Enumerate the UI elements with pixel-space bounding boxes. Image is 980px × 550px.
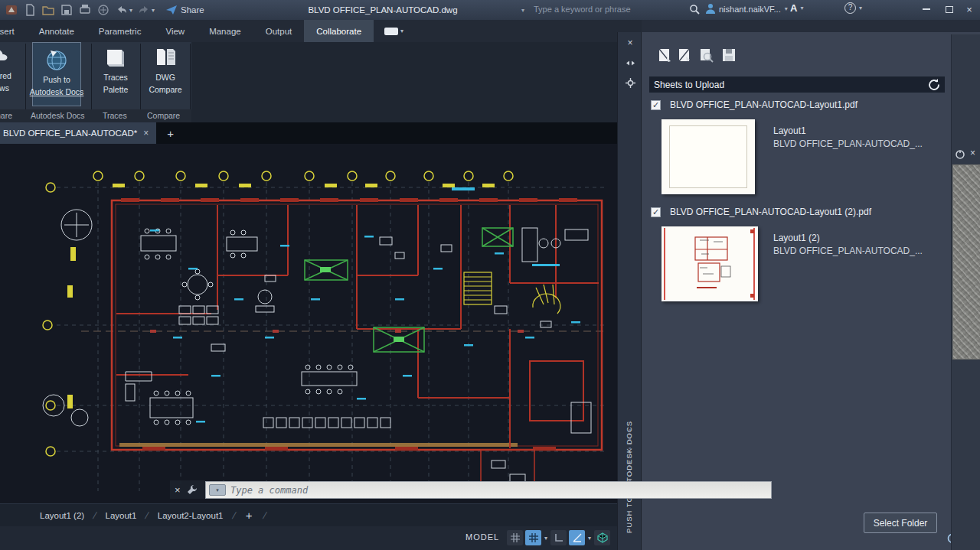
search-icon[interactable] bbox=[689, 4, 701, 15]
sheet-2-filename: BLVD OFFICE_PLAN-AUTOCAD-Layout1 (2).pdf bbox=[670, 207, 871, 217]
isodraft-icon[interactable] bbox=[594, 530, 610, 545]
traces-panel-label[interactable]: Traces bbox=[103, 111, 127, 120]
traces-palette-icon bbox=[104, 47, 127, 70]
panel-label-strip: Share Autodesk Docs Traces Compare bbox=[0, 109, 191, 122]
user-name: nishant.naikVF... bbox=[719, 5, 781, 14]
sheet-1-checkbox[interactable]: ✓ bbox=[651, 100, 661, 110]
autodesk-docs-panel: Push to Autodesk Docs bbox=[26, 42, 90, 109]
layout-tab-layout1-2[interactable]: Layout1 (2) bbox=[31, 511, 93, 520]
cloud-icon[interactable] bbox=[96, 3, 110, 17]
undo-icon[interactable] bbox=[115, 3, 129, 17]
panel-separator bbox=[190, 44, 191, 120]
redo-caret-icon[interactable]: ▾ bbox=[152, 7, 155, 14]
command-close-icon[interactable]: × bbox=[175, 484, 181, 496]
polar-tracking-icon[interactable] bbox=[569, 530, 585, 545]
command-window-controls: × bbox=[170, 480, 205, 499]
ribbon-display-toggle[interactable]: ▾ bbox=[384, 20, 403, 42]
command-input[interactable] bbox=[230, 483, 771, 497]
sheet-2-checkbox[interactable]: ✓ bbox=[651, 207, 661, 217]
palette-close-icon[interactable]: × bbox=[624, 37, 636, 49]
push-to-autodesk-docs-button[interactable]: Push to Autodesk Docs bbox=[32, 42, 81, 106]
ribbon-toggle-icon bbox=[384, 28, 398, 35]
docked-palette-edge: × bbox=[951, 34, 980, 550]
open-folder-icon[interactable] bbox=[41, 3, 55, 17]
share-panel: Shared Views bbox=[0, 42, 24, 109]
select-folder-label: Select Folder bbox=[874, 518, 928, 529]
compare-panel-label[interactable]: Compare bbox=[147, 111, 180, 120]
command-line[interactable]: ▾ bbox=[205, 481, 772, 499]
polar-caret-icon[interactable]: ▾ bbox=[587, 535, 592, 542]
model-space-button[interactable]: MODEL bbox=[466, 532, 499, 542]
document-tab[interactable]: BLVD OFFICE_PLAN-AUTOCAD* × bbox=[0, 122, 156, 144]
drawing-canvas[interactable] bbox=[0, 144, 617, 503]
save-icon[interactable] bbox=[60, 3, 74, 17]
help-icon: ? bbox=[844, 2, 856, 14]
signed-in-user[interactable]: nishant.naikVF... ▾ bbox=[705, 3, 788, 15]
palette-vertical-title[interactable]: PUSH TO AUTODESK DOCS bbox=[625, 384, 633, 533]
maximize-button[interactable] bbox=[939, 0, 960, 18]
document-tab-close-icon[interactable]: × bbox=[143, 128, 149, 138]
dwg-compare-button[interactable]: DWG Compare bbox=[141, 42, 190, 106]
push-to-docs-panel: Sheets to Upload ✓ BLVD OFFICE_PLAN-AUTO… bbox=[642, 20, 980, 550]
command-customize-wrench-icon[interactable] bbox=[187, 484, 198, 495]
recent-commands-icon[interactable]: ▾ bbox=[209, 484, 226, 496]
ribbon-body: Shared Views Push to Autodesk Docs bbox=[0, 42, 617, 122]
app-store-button[interactable]: A ▾ bbox=[790, 2, 803, 14]
palette-autohide-icon[interactable] bbox=[624, 57, 636, 69]
tab-parametric[interactable]: Parametric bbox=[87, 20, 154, 42]
search-caret-icon[interactable]: ▾ bbox=[521, 7, 524, 14]
sheet-item-2[interactable]: ✓ BLVD OFFICE_PLAN-AUTOCAD-Layout1 (2).p… bbox=[651, 207, 871, 217]
select-folder-button[interactable]: Select Folder bbox=[864, 513, 937, 533]
floor-plan-drawing bbox=[35, 145, 617, 503]
new-drawing-icon[interactable] bbox=[23, 3, 37, 17]
tab-annotate[interactable]: Annotate bbox=[27, 20, 87, 42]
share-panel-label[interactable]: Share bbox=[0, 111, 12, 120]
sheet-item-1[interactable]: ✓ BLVD OFFICE_PLAN-AUTOCAD-Layout1.pdf bbox=[651, 99, 858, 110]
redo-icon[interactable] bbox=[137, 3, 151, 17]
layout-tab-layout1[interactable]: Layout1 bbox=[96, 511, 146, 520]
push-to-docs-globe-icon bbox=[44, 47, 69, 72]
new-document-tab-button[interactable]: + bbox=[156, 122, 185, 144]
tab-insert[interactable]: Insert bbox=[0, 20, 27, 42]
refresh-icon[interactable] bbox=[927, 78, 940, 91]
help-button[interactable]: ? ▾ bbox=[844, 2, 862, 14]
edge-palette-autohide-icon[interactable] bbox=[955, 149, 965, 160]
palette-properties-icon[interactable] bbox=[624, 76, 636, 89]
status-bar: MODEL ▾ ▾ bbox=[0, 526, 617, 550]
app-store-caret-icon: ▾ bbox=[800, 5, 803, 11]
document-tab-title: BLVD OFFICE_PLAN-AUTOCAD* bbox=[3, 129, 137, 138]
sheet-1-thumbnail[interactable] bbox=[662, 119, 755, 194]
grid-display-icon[interactable] bbox=[507, 530, 523, 545]
ortho-mode-icon[interactable] bbox=[550, 530, 567, 545]
tab-output[interactable]: Output bbox=[253, 20, 305, 42]
autodesk-docs-panel-label[interactable]: Autodesk Docs bbox=[31, 111, 85, 120]
snap-caret-icon[interactable]: ▾ bbox=[544, 535, 548, 542]
document-tab-bar: BLVD OFFICE_PLAN-AUTOCAD* × + bbox=[0, 122, 617, 144]
undo-caret-icon[interactable]: ▾ bbox=[129, 7, 132, 14]
preview-sheet-icon[interactable] bbox=[698, 47, 715, 64]
search-input[interactable]: Type a keyword or phrase bbox=[534, 5, 631, 14]
title-bar: ▾ ▾ Share BLVD OFFICE_PLAN-AUTOCAD.dwg ▾… bbox=[0, 0, 980, 20]
edge-palette-close-icon[interactable]: × bbox=[970, 148, 975, 158]
new-layout-button[interactable]: + bbox=[235, 509, 263, 522]
tab-collaborate[interactable]: Collaborate bbox=[304, 20, 374, 42]
snap-mode-icon[interactable] bbox=[525, 530, 541, 545]
plot-icon[interactable] bbox=[78, 3, 92, 17]
tab-manage[interactable]: Manage bbox=[197, 20, 253, 42]
minimize-button[interactable] bbox=[916, 0, 937, 18]
app-menu-icon[interactable] bbox=[5, 3, 18, 17]
edge-palette-preview bbox=[952, 164, 980, 360]
autocad-window: ▾ ▾ Share BLVD OFFICE_PLAN-AUTOCAD.dwg ▾… bbox=[0, 0, 980, 550]
layout-tab-layout2-layout1[interactable]: Layout2-Layout1 bbox=[149, 511, 233, 520]
shared-views-button[interactable]: Shared Views bbox=[0, 42, 23, 106]
deselect-sheets-icon[interactable] bbox=[677, 47, 694, 64]
save-sheet-list-icon[interactable] bbox=[721, 47, 738, 64]
select-sheets-icon[interactable] bbox=[657, 47, 674, 64]
close-window-button[interactable]: × bbox=[959, 0, 980, 18]
sheet-2-thumbnail[interactable] bbox=[662, 226, 758, 301]
sheets-to-upload-header: Sheets to Upload bbox=[649, 76, 945, 93]
window-title: BLVD OFFICE_PLAN-AUTOCAD.dwg bbox=[260, 5, 505, 15]
traces-palette-button[interactable]: Traces Palette bbox=[92, 42, 139, 106]
share-button[interactable]: Share bbox=[165, 5, 204, 15]
tab-view[interactable]: View bbox=[153, 20, 197, 42]
